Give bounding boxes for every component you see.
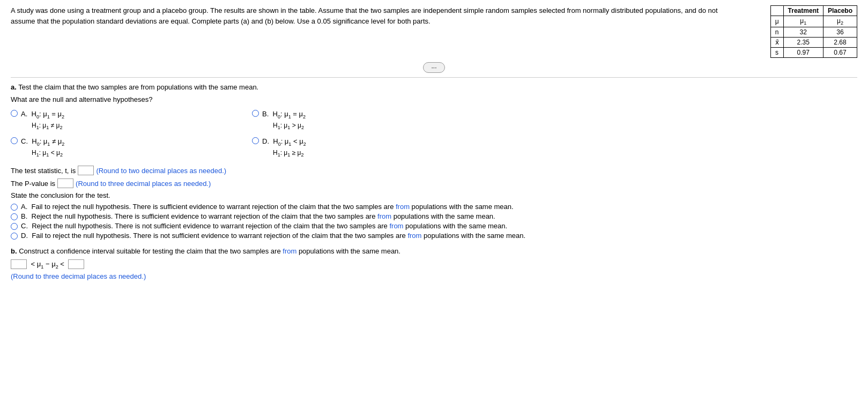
test-stat-note: (Round to two decimal places as needed.) <box>96 167 226 175</box>
hypothesis-b-h1: H1: μ1 > μ2 <box>262 121 306 132</box>
test-stat-input[interactable] <box>78 166 94 175</box>
hypothesis-c-letter: C. H0: μ1 ≠ μ2 <box>21 136 64 148</box>
radio-d[interactable] <box>252 137 259 144</box>
hypotheses-options: A. H0: μ1 = μ2 H1: μ1 ≠ μ2 B. H0: μ1 = μ… <box>11 108 493 160</box>
top-section: A study was done using a treatment group… <box>11 5 857 58</box>
ci-note: (Round to three decimal places as needed… <box>11 272 857 280</box>
hypothesis-a-h1: H1: μ1 ≠ μ2 <box>21 121 64 132</box>
part-b-section: b. Construct a confidence interval suita… <box>11 247 857 280</box>
table-header-treatment: Treatment <box>783 6 823 16</box>
hypothesis-option-c[interactable]: C. H0: μ1 ≠ μ2 H1: μ1 < μ2 <box>11 135 252 160</box>
row-x-treatment: 2.35 <box>783 38 823 48</box>
table-row: s 0.97 0.67 <box>770 48 857 58</box>
row-label-mu: μ <box>770 16 783 27</box>
part-a-claim: a. Test the claim that the two samples a… <box>11 83 857 91</box>
row-n-placebo: 36 <box>823 27 857 38</box>
row-x-placebo: 2.68 <box>823 38 857 48</box>
pvalue-line: The P-value is (Round to three decimal p… <box>11 178 857 188</box>
conclusion-option-c[interactable]: C. Reject the null hypothesis. There is … <box>11 222 857 230</box>
conclusion-b-text: B. Reject the null hypothesis. There is … <box>21 212 495 220</box>
hypothesis-option-b[interactable]: B. H0: μ1 = μ2 H1: μ1 > μ2 <box>252 108 493 133</box>
radio-c[interactable] <box>11 137 18 144</box>
row-s-treatment: 0.97 <box>783 48 823 58</box>
row-label-n: n <box>770 27 783 38</box>
conclusion-option-a[interactable]: A. Fail to reject the null hypothesis. T… <box>11 203 857 211</box>
row-s-placebo: 0.67 <box>823 48 857 58</box>
test-stat-line: The test statistic, t, is (Round to two … <box>11 166 857 175</box>
pvalue-label: The P-value is <box>11 180 55 188</box>
table-row: n 32 36 <box>770 27 857 38</box>
problem-description: A study was done using a treatment group… <box>11 5 735 26</box>
conclusion-radio-a[interactable] <box>11 204 18 211</box>
part-b-claim-text: Construct a confidence interval suitable… <box>19 247 400 255</box>
conclusion-radio-d[interactable] <box>11 233 18 240</box>
hypothesis-b-text: B. H0: μ1 = μ2 H1: μ1 > μ2 <box>262 109 306 132</box>
row-mu-treatment: μ1 <box>783 16 823 27</box>
table-header-empty <box>770 6 783 16</box>
hypothesis-a-text: A. H0: μ1 = μ2 H1: μ1 ≠ μ2 <box>21 109 64 132</box>
pvalue-input[interactable] <box>57 178 73 188</box>
hypothesis-d-text: D. H0: μ1 < μ2 H1: μ1 ≥ μ2 <box>262 136 306 159</box>
expand-button[interactable]: ··· <box>423 62 444 73</box>
row-label-x: x̄ <box>770 38 783 48</box>
divider <box>11 77 857 78</box>
hypothesis-option-d[interactable]: D. H0: μ1 < μ2 H1: μ1 ≥ μ2 <box>252 135 493 160</box>
pvalue-note: (Round to three decimal places as needed… <box>76 180 211 188</box>
conclusion-radio-c[interactable] <box>11 223 18 230</box>
hypothesis-option-a[interactable]: A. H0: μ1 = μ2 H1: μ1 ≠ μ2 <box>11 108 252 133</box>
conclusion-option-d[interactable]: D. Fail to reject the null hypothesis. T… <box>11 232 857 240</box>
conclusion-d-text: D. Fail to reject the null hypothesis. T… <box>21 232 525 240</box>
part-a-section: a. Test the claim that the two samples a… <box>11 83 857 240</box>
table-row: x̄ 2.35 2.68 <box>770 38 857 48</box>
hypothesis-a-letter: A. H0: μ1 = μ2 <box>21 109 64 121</box>
test-stat-label: The test statistic, t, is <box>11 167 76 175</box>
table-row: μ μ1 μ2 <box>770 16 857 27</box>
expand-section[interactable]: ··· <box>11 62 857 73</box>
part-b-claim: b. Construct a confidence interval suita… <box>11 247 857 255</box>
part-a-label: a. <box>11 83 17 91</box>
conclusion-options: A. Fail to reject the null hypothesis. T… <box>11 203 857 240</box>
part-b-label: b. <box>11 247 17 255</box>
hypotheses-question: What are the null and alternative hypoth… <box>11 95 857 103</box>
part-a-claim-text: Test the claim that the two samples are … <box>18 83 258 91</box>
conclusion-option-b[interactable]: B. Reject the null hypothesis. There is … <box>11 212 857 220</box>
row-label-s: s <box>770 48 783 58</box>
ci-middle-text: < μ1 − μ2 < <box>29 260 66 270</box>
ci-line: < μ1 − μ2 < <box>11 259 857 269</box>
radio-a[interactable] <box>11 110 18 117</box>
hypothesis-d-letter: D. H0: μ1 < μ2 <box>262 136 306 148</box>
ci-upper-input[interactable] <box>68 259 84 269</box>
radio-b[interactable] <box>252 110 259 117</box>
hypothesis-d-h1: H1: μ1 ≥ μ2 <box>262 148 306 159</box>
data-table: Treatment Placebo μ μ1 μ2 n 32 36 x̄ 2.3… <box>770 5 857 58</box>
hypothesis-c-h1: H1: μ1 < μ2 <box>21 148 64 159</box>
conclusion-c-text: C. Reject the null hypothesis. There is … <box>21 222 507 230</box>
conclusion-label: State the conclusion for the test. <box>11 191 857 199</box>
conclusion-a-text: A. Fail to reject the null hypothesis. T… <box>21 203 514 211</box>
problem-text: A study was done using a treatment group… <box>11 6 718 25</box>
conclusion-radio-b[interactable] <box>11 213 18 220</box>
row-mu-placebo: μ2 <box>823 16 857 27</box>
hypothesis-c-text: C. H0: μ1 ≠ μ2 H1: μ1 < μ2 <box>21 136 64 159</box>
row-n-treatment: 32 <box>783 27 823 38</box>
table-header-placebo: Placebo <box>823 6 857 16</box>
hypothesis-b-letter: B. H0: μ1 = μ2 <box>262 109 306 121</box>
ci-lower-input[interactable] <box>11 259 27 269</box>
